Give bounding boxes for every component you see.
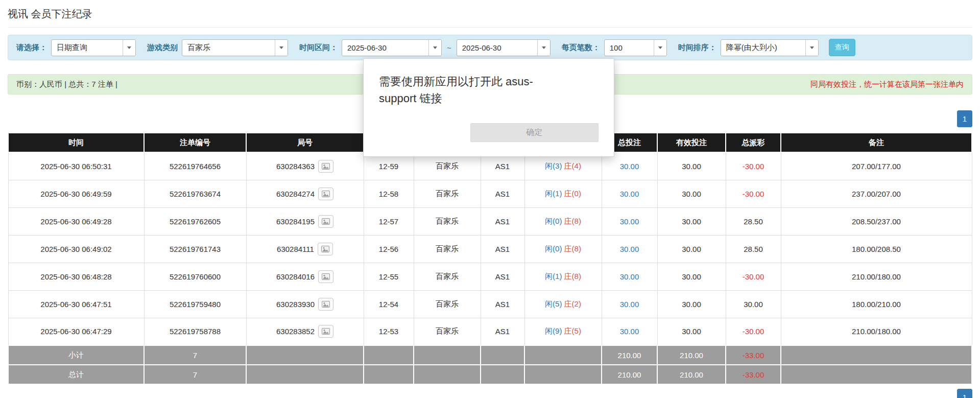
subtotal-label: 小计 [8, 345, 144, 365]
chevron-down-icon[interactable] [537, 40, 550, 56]
subtotal-count: 7 [144, 345, 246, 365]
cell-table: AS1 [481, 290, 524, 318]
date-to-value: 2025-06-30 [457, 40, 537, 56]
cell-valid-bet: 30.00 [657, 152, 726, 180]
player-result: 闲(1) [545, 189, 562, 198]
player-result: 闲(3) [545, 161, 562, 170]
total-bet-link[interactable]: 30.00 [620, 162, 639, 171]
cell-total-bet: 30.00 [602, 263, 657, 290]
per-page-select[interactable]: 100 [604, 39, 667, 56]
cell-valid-bet: 30.00 [657, 235, 726, 263]
total-label: 总计 [8, 365, 144, 384]
total-bet-link[interactable]: 30.00 [620, 217, 639, 226]
sort-value: 降幂(由大到小) [721, 40, 805, 56]
col-valid-bet: 有效投注 [657, 133, 726, 152]
cell-bet-id: 522619759480 [144, 290, 246, 318]
cell-note: 210.00/180.00 [781, 318, 972, 345]
cell-table: AS1 [481, 235, 524, 263]
player-result: 闲(0) [545, 244, 562, 253]
open-app-dialog: 需要使用新应用以打开此 asus-support 链接 确定 [363, 58, 614, 157]
query-type-label: 请选择： [16, 43, 47, 53]
chevron-down-icon[interactable] [275, 40, 288, 56]
search-button[interactable]: 查询 [829, 39, 855, 56]
cell-result: 闲(1) 庄(0) [524, 180, 602, 207]
sort-select[interactable]: 降幂(由大到小) [721, 39, 819, 56]
cell-bet-id: 522619764656 [144, 152, 246, 180]
cell-payout: -30.00 [726, 152, 781, 180]
round-number: 630284195 [276, 217, 315, 226]
page-1-button[interactable]: 1 [957, 389, 972, 398]
subtotal-payout: -33.00 [726, 345, 781, 365]
total-bet-link[interactable]: 30.00 [620, 300, 639, 309]
table-row: 2025-06-30 06:49:28522619762605630284195… [8, 207, 972, 235]
round-image-icon[interactable] [318, 325, 333, 338]
cell-shoe-round: 12-53 [364, 318, 414, 345]
sort-label: 时间排序： [678, 43, 716, 53]
total-valid-bet: 210.00 [657, 365, 726, 384]
cell-round: 630283852 [246, 318, 364, 345]
total-row: 总计 7 210.00 210.00 -33.00 [8, 365, 972, 384]
round-image-icon[interactable] [318, 298, 333, 311]
total-bet-link[interactable]: 30.00 [620, 327, 639, 336]
date-from-input[interactable]: 2025-06-30 [342, 39, 442, 56]
cell-time: 2025-06-30 06:50:31 [8, 152, 144, 180]
cell-table: AS1 [481, 207, 524, 235]
chevron-down-icon[interactable] [654, 40, 666, 56]
chevron-down-icon[interactable] [805, 40, 818, 56]
cell-time: 2025-06-30 06:49:02 [8, 235, 144, 263]
cell-valid-bet: 30.00 [657, 290, 726, 318]
cell-time: 2025-06-30 06:47:29 [8, 318, 144, 345]
banker-result: 庄(8) [564, 272, 581, 280]
cell-valid-bet: 30.00 [657, 263, 726, 290]
cell-note: 210.00/180.00 [781, 263, 972, 290]
round-number: 630284111 [277, 245, 314, 253]
player-result: 闲(0) [545, 217, 562, 225]
col-time: 时间 [8, 133, 144, 152]
chevron-down-icon[interactable] [428, 40, 441, 56]
player-result: 闲(1) [545, 272, 562, 280]
banker-result: 庄(5) [564, 326, 581, 335]
cell-table: AS1 [481, 263, 524, 290]
round-image-icon[interactable] [318, 270, 333, 283]
round-image-icon[interactable] [318, 243, 333, 255]
cell-valid-bet: 30.00 [657, 318, 726, 345]
cell-round: 630284016 [246, 263, 364, 290]
cell-round: 630284195 [246, 207, 364, 235]
cell-bet-id: 522619762605 [144, 207, 246, 235]
bet-records-table: 时间 注单编号 局号 总投注 有效投注 总派彩 备注 2025-06-30 06… [8, 132, 972, 385]
banker-result: 庄(4) [564, 161, 581, 170]
round-image-icon[interactable] [318, 160, 333, 173]
per-page-value: 100 [605, 40, 654, 56]
date-to-input[interactable]: 2025-06-30 [457, 39, 551, 56]
total-total-bet: 210.00 [602, 365, 657, 384]
col-payout: 总派彩 [726, 133, 781, 152]
cell-result: 闲(1) 庄(8) [524, 263, 602, 290]
round-image-icon[interactable] [318, 215, 333, 228]
chevron-down-icon[interactable] [123, 40, 135, 56]
round-image-icon[interactable] [318, 188, 333, 200]
cell-shoe-round: 12-56 [364, 235, 414, 263]
total-bet-link[interactable]: 30.00 [620, 190, 639, 198]
cell-game: 百家乐 [414, 318, 481, 345]
table-row: 2025-06-30 06:49:59522619763674630284274… [8, 180, 972, 207]
currency-total-info: 币别：人民币 | 总共：7 注单 | [16, 80, 117, 89]
cell-total-bet: 30.00 [602, 318, 657, 345]
page-1-button[interactable]: 1 [957, 110, 972, 127]
round-number: 630283852 [276, 327, 315, 336]
query-type-select[interactable]: 日期查询 [51, 39, 136, 56]
range-separator: ~ [447, 43, 451, 52]
table-row: 2025-06-30 06:48:28522619760600630284016… [8, 263, 972, 290]
cell-bet-id: 522619763674 [144, 180, 246, 207]
cell-shoe-round: 12-55 [364, 263, 414, 290]
total-bet-link[interactable]: 30.00 [620, 245, 639, 253]
game-type-select[interactable]: 百家乐 [182, 39, 288, 56]
banker-result: 庄(8) [564, 217, 581, 225]
table-row: 2025-06-30 06:49:02522619761743630284111… [8, 235, 972, 263]
cell-shoe-round: 12-58 [364, 180, 414, 207]
col-round: 局号 [246, 133, 364, 152]
subtotal-total-bet: 210.00 [602, 345, 657, 365]
game-type-label: 游戏类别 [147, 43, 178, 53]
total-bet-link[interactable]: 30.00 [620, 272, 639, 281]
confirm-button[interactable]: 确定 [470, 123, 599, 142]
cell-note: 207.00/177.00 [781, 152, 972, 180]
